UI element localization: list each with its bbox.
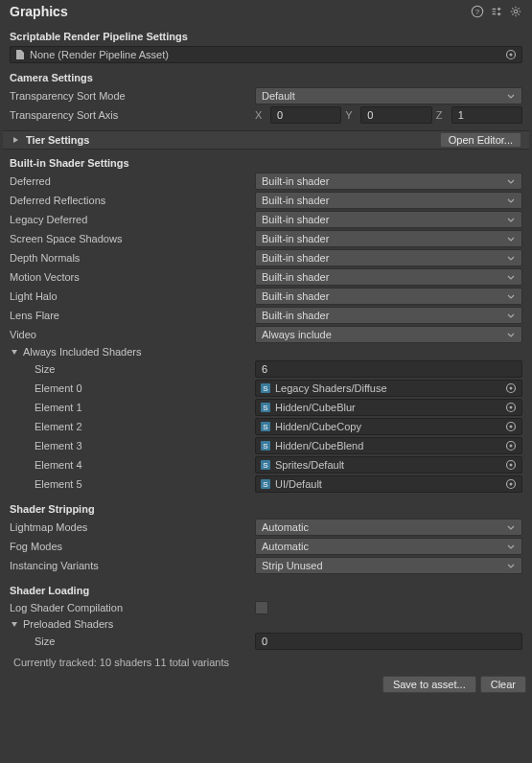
element-label: Element 0 <box>10 382 255 394</box>
svg-text:?: ? <box>475 8 480 16</box>
chevron-down-icon <box>506 542 516 551</box>
builtin-row-dropdown[interactable]: Built-in shader <box>255 211 522 228</box>
chevron-down-icon <box>506 522 516 532</box>
srp-section-title: Scriptable Render Pipeline Settings <box>0 27 532 45</box>
srp-asset-field[interactable]: None (Render Pipeline Asset) <box>10 46 522 63</box>
builtin-row-dropdown[interactable]: Built-in shader <box>255 268 522 286</box>
instancing-label: Instancing Variants <box>10 560 255 571</box>
builtin-row-label: Deferred <box>10 175 255 187</box>
triangle-right-icon[interactable] <box>11 135 20 145</box>
builtin-row-label: Screen Space Shadows <box>10 233 255 244</box>
log-shader-label: Log Shader Compilation <box>10 602 255 613</box>
svg-text:S: S <box>263 384 267 393</box>
builtin-row-dropdown[interactable]: Built-in shader <box>255 249 522 266</box>
chevron-down-icon <box>506 176 516 186</box>
builtin-row-dropdown[interactable]: Built-in shader <box>255 307 522 324</box>
builtin-row-label: Light Halo <box>10 290 255 302</box>
preloaded-shaders-foldout[interactable]: Preloaded Shaders <box>23 618 113 630</box>
always-size-label: Size <box>10 363 255 375</box>
element-shader-field[interactable]: S Hidden/CubeBlur <box>255 399 522 416</box>
axis-x-input[interactable] <box>270 106 341 124</box>
chevron-down-icon <box>506 91 516 101</box>
builtin-row-label: Depth Normals <box>10 252 255 264</box>
svg-point-28 <box>510 483 513 486</box>
file-icon <box>14 49 26 60</box>
svg-point-20 <box>510 445 513 448</box>
settings-icon[interactable] <box>509 5 522 18</box>
shader-icon: S <box>260 421 271 432</box>
object-picker-icon[interactable] <box>504 458 518 472</box>
clear-button[interactable]: Clear <box>480 676 526 693</box>
element-label: Element 4 <box>10 459 255 471</box>
axis-y-input[interactable] <box>360 106 431 124</box>
chevron-down-icon <box>506 330 516 339</box>
lightmap-dropdown[interactable]: Automatic <box>255 519 522 536</box>
instancing-dropdown[interactable]: Strip Unused <box>255 557 522 574</box>
transp-sort-mode-label: Transparency Sort Mode <box>10 90 255 102</box>
srp-asset-label: None (Render Pipeline Asset) <box>30 49 504 60</box>
open-editor-button[interactable]: Open Editor... <box>440 132 521 148</box>
video-dropdown[interactable]: Always include <box>255 326 522 343</box>
chevron-down-icon <box>506 272 516 282</box>
chevron-down-icon <box>506 291 516 301</box>
builtin-row-dropdown[interactable]: Built-in shader <box>255 192 522 209</box>
stripping-section-title: Shader Stripping <box>0 499 532 518</box>
chevron-down-icon <box>506 215 516 224</box>
builtin-row-label: Legacy Deferred <box>10 214 255 225</box>
builtin-row-label: Motion Vectors <box>10 271 255 283</box>
preloaded-size-input[interactable] <box>255 633 522 650</box>
always-size-input[interactable] <box>255 360 522 378</box>
element-label: Element 5 <box>10 478 255 490</box>
transp-sort-axis-label: Transparency Sort Axis <box>10 109 255 121</box>
triangle-down-icon[interactable] <box>10 619 19 629</box>
triangle-down-icon[interactable] <box>10 347 19 357</box>
axis-x-label: X <box>255 109 266 121</box>
element-shader-field[interactable]: S Legacy Shaders/Diffuse <box>255 380 522 397</box>
axis-z-label: Z <box>436 109 448 121</box>
shader-icon: S <box>260 382 271 394</box>
object-picker-icon[interactable] <box>504 477 518 491</box>
presets-icon[interactable] <box>490 5 503 18</box>
svg-text:S: S <box>263 423 267 431</box>
log-shader-checkbox[interactable] <box>255 601 268 614</box>
svg-point-8 <box>510 387 513 390</box>
svg-point-2 <box>514 10 518 13</box>
svg-text:S: S <box>263 442 267 451</box>
element-label: Element 3 <box>10 440 255 451</box>
object-picker-icon[interactable] <box>504 382 518 395</box>
chevron-down-icon <box>506 196 516 205</box>
object-picker-icon[interactable] <box>504 401 518 414</box>
shader-icon: S <box>260 402 271 413</box>
element-shader-field[interactable]: S Hidden/CubeCopy <box>255 418 522 435</box>
element-shader-field[interactable]: S Hidden/CubeBlend <box>255 437 522 454</box>
shader-icon: S <box>260 478 271 490</box>
builtin-row-dropdown[interactable]: Built-in shader <box>255 288 522 305</box>
object-picker-icon[interactable] <box>504 420 518 433</box>
element-label: Element 2 <box>10 421 255 432</box>
svg-point-16 <box>510 426 513 428</box>
always-included-foldout[interactable]: Always Included Shaders <box>23 346 142 358</box>
chevron-down-icon <box>506 234 516 243</box>
tier-settings-label[interactable]: Tier Settings <box>26 134 440 146</box>
svg-point-4 <box>510 54 513 57</box>
element-shader-field[interactable]: S UI/Default <box>255 475 522 493</box>
fog-dropdown[interactable]: Automatic <box>255 538 522 555</box>
preloaded-size-label: Size <box>10 636 255 647</box>
svg-text:S: S <box>263 461 267 470</box>
svg-text:S: S <box>263 404 267 412</box>
object-picker-icon[interactable] <box>504 48 518 61</box>
shader-icon: S <box>260 440 271 451</box>
chevron-down-icon <box>506 561 516 570</box>
transp-sort-mode-dropdown[interactable]: Default <box>255 87 522 104</box>
svg-text:S: S <box>263 480 267 489</box>
save-to-asset-button[interactable]: Save to asset... <box>382 676 476 693</box>
element-label: Element 1 <box>10 402 255 413</box>
builtin-row-dropdown[interactable]: Built-in shader <box>255 173 522 190</box>
builtin-row-dropdown[interactable]: Built-in shader <box>255 230 522 247</box>
element-shader-field[interactable]: S Sprites/Default <box>255 456 522 474</box>
axis-z-input[interactable] <box>451 106 522 124</box>
object-picker-icon[interactable] <box>504 439 518 452</box>
lightmap-label: Lightmap Modes <box>10 521 255 533</box>
help-icon[interactable]: ? <box>471 5 484 18</box>
tracked-info: Currently tracked: 10 shaders 11 total v… <box>0 651 532 672</box>
